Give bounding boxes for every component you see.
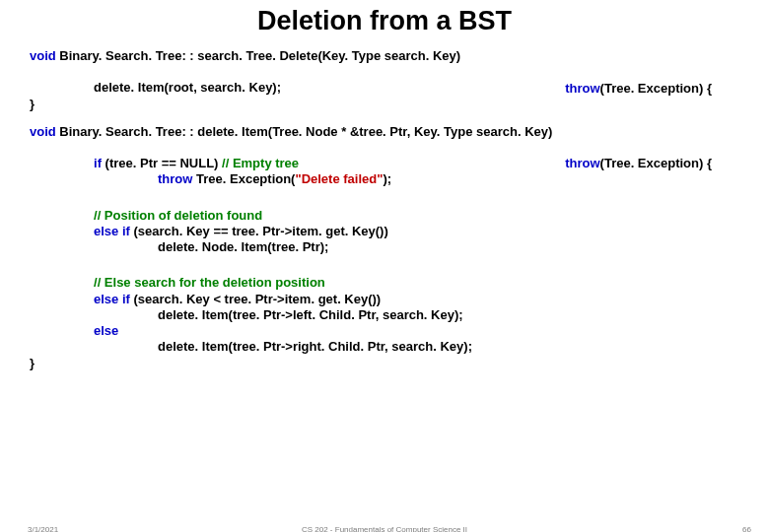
close-brace: }: [30, 97, 741, 112]
keyword-elseif: else if: [94, 224, 133, 238]
code-line: else if (search. Key == tree. Ptr->item.…: [30, 224, 741, 239]
cond: (search. Key < tree. Ptr->item. get. Key…: [133, 292, 381, 306]
spacer: [30, 255, 741, 275]
comment: // Else search for the deletion position: [94, 275, 325, 290]
code-line: throw(Tree. Exception) {: [30, 140, 741, 156]
throw-clause: throw(Tree. Exception) {: [565, 81, 712, 97]
code-line: delete. Item(tree. Ptr->left. Child. Ptr…: [30, 307, 741, 323]
stmt: delete. Node. Item(tree. Ptr);: [158, 239, 328, 254]
indent: [30, 292, 94, 306]
keyword-throw: throw: [565, 81, 599, 96]
code-content: void Binary. Search. Tree: : search. Tre…: [0, 48, 769, 371]
indent: [30, 224, 94, 238]
string-literal: "Delete failed": [295, 171, 383, 186]
signature-text: Binary. Search. Tree: : delete. Item(Tre…: [59, 124, 552, 139]
keyword-void: void: [30, 48, 59, 63]
stmt: delete. Item(root, search. Key);: [94, 80, 281, 95]
cond: (tree. Ptr == NULL): [105, 156, 222, 170]
code-line: // Else search for the deletion position: [30, 275, 741, 291]
stmt: Tree. Exception(: [192, 171, 295, 186]
signature-text: Binary. Search. Tree: : search. Tree. De…: [59, 48, 460, 63]
slide: Deletion from a BST void Binary. Search.…: [0, 6, 769, 532]
footer-page-number: 66: [742, 525, 751, 532]
code-line: void Binary. Search. Tree: : delete. Ite…: [30, 124, 741, 140]
cond: (search. Key == tree. Ptr->item. get. Ke…: [133, 224, 387, 238]
indent: [30, 275, 94, 290]
indent: [30, 171, 158, 186]
code-line: throw Tree. Exception("Delete failed");: [30, 171, 741, 187]
indent: [30, 323, 94, 338]
code-line: else if (search. Key < tree. Ptr->item. …: [30, 292, 741, 307]
keyword-else: else: [94, 323, 118, 338]
footer-date: 3/1/2021: [28, 525, 58, 532]
comment: // Position of deletion found: [94, 208, 262, 223]
code-line: throw(Tree. Exception) {: [30, 64, 741, 80]
spacer: [30, 188, 741, 208]
indent: [30, 239, 158, 254]
code-line: delete. Node. Item(tree. Ptr);: [30, 239, 741, 255]
code-line: else: [30, 323, 741, 339]
code-line: delete. Item(tree. Ptr->right. Child. Pt…: [30, 339, 741, 355]
indent: [30, 339, 158, 354]
throw-type: (Tree. Exception) {: [600, 156, 712, 170]
keyword-if: if: [94, 156, 105, 170]
stmt-end: );: [383, 171, 391, 186]
throw-type: (Tree. Exception) {: [600, 81, 712, 96]
comment: // Empty tree: [222, 156, 299, 170]
keyword-throw: throw: [565, 156, 599, 170]
spacer: [30, 112, 741, 124]
indent: [30, 307, 158, 322]
code-line: // Position of deletion found: [30, 208, 741, 224]
keyword-throw: throw: [158, 171, 192, 186]
slide-title: Deletion from a BST: [0, 6, 769, 36]
footer-center: CS 202 - Fundamentals of Computer Scienc…: [0, 525, 769, 532]
code-line: void Binary. Search. Tree: : search. Tre…: [30, 48, 741, 64]
close-brace: }: [30, 356, 741, 371]
indent: [30, 208, 94, 223]
stmt: delete. Item(tree. Ptr->right. Child. Pt…: [158, 339, 472, 354]
keyword-void: void: [30, 124, 59, 139]
keyword-elseif: else if: [94, 292, 133, 306]
throw-clause: throw(Tree. Exception) {: [565, 156, 712, 171]
stmt: delete. Item(tree. Ptr->left. Child. Ptr…: [158, 307, 463, 322]
slide-footer: 3/1/2021 CS 202 - Fundamentals of Comput…: [0, 525, 769, 532]
